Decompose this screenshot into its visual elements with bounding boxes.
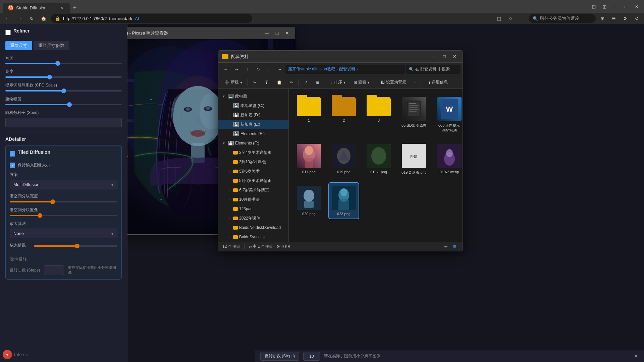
tree-item-e[interactable]: — 💾 新加卷 (E:) [218,120,288,129]
tree-item-baidu-sync[interactable]: › BaiduSyncdisk [218,232,288,242]
explorer-back-button[interactable]: ← [221,65,230,74]
tree-item-elements-f2[interactable]: ▼ 💾 Elements (F:) [218,138,288,148]
more-actions-button[interactable]: ··· [411,78,421,87]
explorer-refresh-button[interactable]: ↻ [253,65,263,74]
grid-view-button-status[interactable]: ⊞ [450,243,459,250]
latent-overlap-thumb[interactable] [38,213,42,218]
picasa-titlebar: 🖼 023.png - Picasa 照片查看器 — □ ✕ [127,27,295,39]
tab-ctrl-2[interactable]: ◫ [600,2,609,11]
refiner-checkbox[interactable] [5,30,11,35]
tree-item-art2[interactable]: › 3到10岁材料包 [218,157,288,167]
tree-icon-art2 [233,160,238,164]
view-button[interactable]: ⊞ 查看 ▾ [350,78,373,87]
height-thumb[interactable] [47,75,52,79]
cut-button[interactable]: ✂ [250,78,260,87]
active-tab[interactable]: SD Stable Diffusion ✕ [3,3,70,13]
search-bar-right[interactable]: 🔍 聘任公务员为何遭冷 [529,14,596,23]
tree-item-computer[interactable]: ▼ 💻 此电脑 [218,92,288,101]
new-button[interactable]: ➕ 新建 ▾ [221,78,246,87]
maximize-button[interactable]: □ [621,2,631,11]
tab-close-button[interactable]: ✕ [59,5,64,10]
tree-item-art4[interactable]: › 5到6岁美术详情页 [218,176,288,185]
list-view-button[interactable]: ☰ [442,243,450,250]
upscaler-select[interactable]: None ESRGAN LDSR [10,229,117,238]
tree-item-c[interactable]: › 💾 本地磁盘 (C:) [218,101,288,110]
grid-view-button[interactable]: ⊞ [598,14,607,23]
minimize-button[interactable]: — [610,2,620,11]
file-item-019[interactable]: 019.png [329,141,359,178]
picasa-minimize-button[interactable]: — [263,29,271,37]
file-item-023[interactable]: 023.png [329,183,359,219]
tree-item-art6[interactable]: › 10月份书法 [218,195,288,204]
seed-input[interactable]: -1 [5,118,122,127]
home-button[interactable]: 🏠 [39,14,48,23]
file-item-folder-3[interactable]: 3 [364,94,393,136]
paste-button[interactable]: 📋 [273,78,285,87]
explorer-close-button[interactable]: ✕ [450,53,459,61]
tree-item-elements-f1[interactable]: › 💾 Elements (F:) [218,129,288,138]
tree-item-pan[interactable]: › 123pan [218,204,288,214]
explorer-forward-button[interactable]: → [232,65,241,74]
steps-value-input[interactable] [303,352,320,361]
tree-item-kj2022[interactable]: › 2022年课件 [218,214,288,223]
explorer-more-nav[interactable]: ··· [275,65,284,74]
file-item-sd-pdf[interactable]: 05.SD出图原理 [399,94,429,136]
breadcrumb-item-1[interactable]: 廉开伟stable diffusion教程 [288,66,335,72]
explorer-maximize-button[interactable]: □ [440,53,449,61]
width-thumb[interactable] [55,61,60,66]
file-item-020[interactable]: 020.png [294,183,324,219]
explorer-minimize-button[interactable]: — [430,53,439,61]
explorer-up-button[interactable]: ↑ [243,65,252,74]
latent-width-thumb[interactable] [50,199,55,204]
address-bar[interactable]: 🔒 http://127.0.0.1:7860/?_theme=dark AI [51,14,252,23]
picasa-close-button[interactable]: ✕ [283,29,291,37]
tree-item-art5[interactable]: › 6-7岁美术详情页 [218,185,288,195]
tree-item-baidu-dl[interactable]: › BaiduNetdiskDownload [218,223,288,232]
settings-button[interactable]: ⚙ [621,14,630,23]
file-item-017[interactable]: 017.png [294,141,324,178]
forward-button[interactable]: → [15,14,24,23]
file-name-2: 2 [343,118,345,122]
new-tab-button[interactable]: + [70,3,80,13]
copy-button[interactable]: ⿰ [261,78,272,87]
tree-item-d[interactable]: › 💾 新加卷 (D:) [218,110,288,120]
tab-ctrl-1[interactable]: ⬚ [589,2,598,11]
explorer-search-box[interactable]: 🔍 在 配套资料 中搜索 [406,65,460,74]
delete-button[interactable]: 🗑 [312,78,323,87]
reverse-steps-button[interactable]: 反转步数 (Steps) [260,352,299,361]
more-button[interactable]: ··· [517,14,527,23]
tree-item-art1[interactable]: › 2至4岁美术详情页 [218,148,288,157]
close-window-button[interactable]: ✕ [632,2,641,11]
share-button[interactable]: ↗ [301,78,311,87]
rename-button[interactable]: ✏ [286,78,297,87]
extensions-button[interactable]: ⬚ [494,14,504,23]
details-button[interactable]: ℹ 详细信息 [425,78,451,87]
bookmark-button[interactable]: ☆ [506,14,515,23]
file-item-019-1[interactable]: 019-1.png [364,141,393,178]
breadcrumb-item-2[interactable]: 配套资料 [339,66,355,72]
steps-label-bottom: 反转步数 (Steps) [265,354,295,358]
tab-resize-mult-button[interactable]: 重绘尺寸倍数 [34,41,69,50]
tree-expand-f1: › [226,132,232,136]
upscale-factor-thumb[interactable] [75,244,79,248]
file-item-wps[interactable]: W 008.正向提示词的写法 [435,94,463,136]
refresh-button[interactable]: ↻ [27,14,36,23]
set-bg-button[interactable]: 🖼 设置为背景 [377,78,410,87]
svg-point-38 [305,146,313,155]
profile-button[interactable]: ☰ [609,14,619,23]
tree-item-art3[interactable]: › 5到6岁美术 [218,167,288,176]
file-item-folder-2[interactable]: 2 [329,94,359,136]
cfg-thumb[interactable] [61,88,66,93]
tab-resize-button[interactable]: 重绘尺寸 [5,41,32,50]
sort-button[interactable]: ↕ 排序 ▾ [327,78,349,87]
file-item-019-2[interactable]: PNG 019-2 菱版.png [399,141,429,178]
denoise-thumb[interactable] [67,102,72,107]
file-item-019-2w[interactable]: 019-2.webp [435,141,463,178]
method-select[interactable]: MultiDiffusion Mixture of Diffusers [10,180,117,189]
explorer-address-expand[interactable]: ⬚ [264,65,273,74]
steps-input[interactable]: 10 [44,265,64,275]
sync-button[interactable]: ↺ [632,14,641,23]
back-button[interactable]: ← [3,14,12,23]
picasa-maximize-button[interactable]: □ [273,29,281,37]
file-item-folder-1[interactable]: 1 [294,94,324,136]
